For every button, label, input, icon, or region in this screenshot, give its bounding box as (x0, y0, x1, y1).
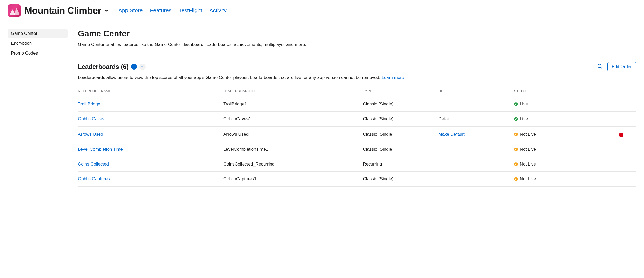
leaderboard-type: Classic (Single) (363, 172, 438, 187)
leaderboard-type: Classic (Single) (363, 127, 438, 142)
svg-point-8 (515, 149, 516, 150)
svg-point-7 (515, 134, 516, 135)
section-header: Leaderboards (6) Edit Order (78, 62, 636, 71)
header: Mountain Climber App StoreFeaturesTestFl… (8, 3, 636, 21)
leaderboard-id: GoblinCaves1 (223, 112, 363, 127)
reference-name-link[interactable]: Level Completion Time (78, 147, 123, 152)
table-row: Coins CollectedCoinsCollected_RecurringR… (78, 157, 636, 172)
table-row: Troll BridgeTrollBridge1Classic (Single)… (78, 97, 636, 112)
status-text: Live (520, 116, 528, 122)
plus-icon (132, 65, 136, 68)
table-row: Goblin CavesGoblinCaves1Classic (Single)… (78, 112, 636, 127)
status-indicator-icon (514, 148, 518, 151)
section-description-text: Leaderboards allow users to view the top… (78, 75, 381, 80)
app-icon (8, 4, 21, 17)
default-label: Default (439, 116, 453, 121)
main-content: Game Center Game Center enables features… (78, 29, 636, 187)
nav-tab-features[interactable]: Features (150, 4, 171, 17)
column-type: TYPE (363, 85, 438, 97)
column-leaderboard-id: LEADERBOARD ID (223, 85, 363, 97)
leaderboard-id: Arrows Used (223, 127, 363, 142)
table-row: Goblin CapturesGoblinCaptures1Classic (S… (78, 172, 636, 187)
learn-more-link[interactable]: Learn more (381, 75, 404, 80)
edit-order-button[interactable]: Edit Order (607, 62, 636, 71)
leaderboard-type: Classic (Single) (363, 142, 438, 157)
leaderboard-id: GoblinCaptures1 (223, 172, 363, 187)
sidebar-item-encryption[interactable]: Encryption (8, 39, 68, 48)
status-indicator-icon (514, 102, 518, 106)
reference-name-link[interactable]: Coins Collected (78, 162, 109, 167)
nav-tab-testflight[interactable]: TestFlight (179, 4, 202, 17)
reference-name-link[interactable]: Arrows Used (78, 132, 103, 137)
svg-point-2 (141, 66, 142, 67)
more-icon (141, 66, 144, 67)
column-reference-name: REFERENCE NAME (78, 85, 223, 97)
svg-point-9 (515, 164, 516, 165)
page-description: Game Center enables features like the Ga… (78, 42, 636, 47)
column-default: DEFAULT (439, 85, 514, 97)
status-text: Not Live (520, 147, 536, 152)
section-title: Leaderboards (6) (78, 63, 129, 70)
leaderboard-type: Classic (Single) (363, 112, 438, 127)
search-icon (597, 63, 603, 69)
leaderboards-table: REFERENCE NAME LEADERBOARD ID TYPE DEFAU… (78, 85, 636, 187)
sidebar: Game CenterEncryptionPromo Codes (8, 29, 68, 187)
table-row: Level Completion TimeLevelCompletionTime… (78, 142, 636, 157)
search-button[interactable] (597, 63, 603, 70)
leaderboard-type: Classic (Single) (363, 97, 438, 112)
nav-tabs: App StoreFeaturesTestFlightActivity (118, 4, 227, 17)
svg-line-6 (601, 67, 602, 68)
section-description: Leaderboards allow users to view the top… (78, 75, 636, 80)
page-title: Game Center (78, 29, 636, 38)
nav-tab-app-store[interactable]: App Store (118, 4, 143, 17)
leaderboard-id: TrollBridge1 (223, 97, 363, 112)
status-text: Not Live (520, 132, 536, 137)
column-action (619, 85, 636, 97)
status-indicator-icon (514, 177, 518, 181)
leaderboard-id: CoinsCollected_Recurring (223, 157, 363, 172)
more-options-button[interactable] (139, 64, 146, 70)
sidebar-item-promo-codes[interactable]: Promo Codes (8, 49, 68, 58)
divider (78, 54, 636, 54)
leaderboard-type: Recurring (363, 157, 438, 172)
make-default-link[interactable]: Make Default (439, 132, 465, 137)
add-leaderboard-button[interactable] (131, 64, 137, 70)
status-text: Live (520, 102, 528, 107)
app-title: Mountain Climber (24, 5, 101, 16)
svg-point-10 (515, 178, 516, 180)
svg-marker-1 (14, 8, 20, 15)
status-indicator-icon (514, 162, 518, 166)
chevron-down-icon (103, 8, 109, 14)
status-indicator-icon (514, 117, 518, 121)
column-status: STATUS (514, 85, 619, 97)
leaderboard-id: LevelCompletionTime1 (223, 142, 363, 157)
nav-tab-activity[interactable]: Activity (209, 4, 227, 17)
svg-point-4 (143, 66, 144, 67)
status-text: Not Live (520, 162, 536, 167)
reference-name-link[interactable]: Goblin Captures (78, 176, 110, 181)
svg-point-3 (142, 66, 143, 67)
remove-button[interactable] (619, 133, 623, 137)
status-indicator-icon (514, 133, 518, 136)
table-row: Arrows UsedArrows UsedClassic (Single)Ma… (78, 127, 636, 142)
status-text: Not Live (520, 176, 536, 182)
reference-name-link[interactable]: Troll Bridge (78, 102, 100, 107)
app-selector[interactable]: Mountain Climber (24, 5, 109, 16)
reference-name-link[interactable]: Goblin Caves (78, 116, 104, 121)
sidebar-item-game-center[interactable]: Game Center (8, 29, 68, 38)
